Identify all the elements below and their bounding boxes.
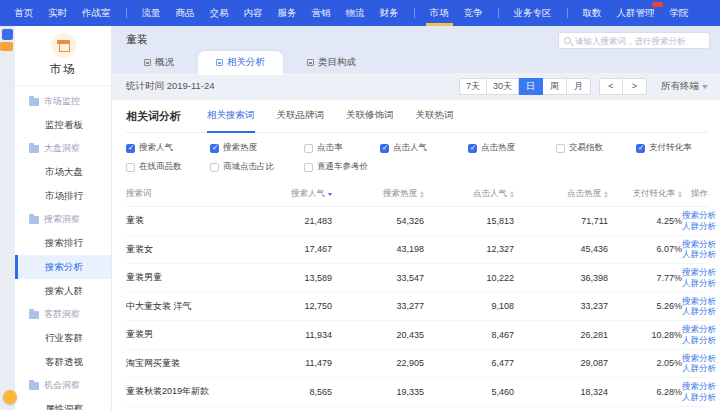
nav-item-warroom[interactable]: 作战室 bbox=[82, 0, 111, 26]
tab-related-modifier-words[interactable]: 关联修饰词 bbox=[346, 109, 394, 124]
sidebar-group-opportunity-insight[interactable]: 机会洞察 bbox=[15, 374, 111, 397]
table-row: 中大童女装 洋气 12,750 33,277 9,108 33,237 5.26… bbox=[126, 293, 708, 322]
nav-item-finance[interactable]: 财务 bbox=[380, 0, 399, 26]
nav-item-content[interactable]: 内容 bbox=[244, 0, 263, 26]
period-week-button[interactable]: 周 bbox=[543, 78, 567, 95]
search-analysis-link[interactable]: 搜索分析 bbox=[682, 353, 716, 364]
checkbox-search-heat[interactable]: 搜索热度 bbox=[210, 142, 304, 154]
click-heat-cell: 26,281 bbox=[514, 330, 608, 340]
nav-item-data-fetch[interactable]: 取数 bbox=[583, 0, 602, 26]
sidebar-item-market-overview[interactable]: 市场大盘 bbox=[15, 160, 111, 184]
sidebar-group-search-insight[interactable]: 搜索洞察 bbox=[15, 208, 111, 231]
sidebar-group-crowd-insight[interactable]: 客群洞察 bbox=[15, 303, 111, 326]
period-30d-button[interactable]: 30天 bbox=[487, 78, 519, 95]
nav-item-academy[interactable]: 学院 bbox=[670, 0, 689, 26]
col-label: 支付转化率 bbox=[633, 188, 676, 200]
checkbox-online-items[interactable]: 在线商品数 bbox=[126, 161, 210, 173]
sidebar-item-crowd-perspective[interactable]: 客群透视 bbox=[15, 350, 111, 374]
checkbox-click-heat[interactable]: 点击热度 bbox=[468, 142, 556, 154]
sidebar-module-head[interactable]: 市场 bbox=[15, 26, 111, 86]
folder-icon bbox=[29, 311, 39, 319]
sidebar-group-market-monitor[interactable]: 市场监控 bbox=[15, 90, 111, 113]
search-analysis-link[interactable]: 搜索分析 bbox=[682, 267, 716, 278]
search-analysis-link[interactable]: 搜索分析 bbox=[682, 210, 716, 221]
tab-related-search-words[interactable]: 相关搜索词 bbox=[207, 109, 255, 124]
nav-item-marketing[interactable]: 营销 bbox=[312, 0, 331, 26]
search-analysis-link[interactable]: 搜索分析 bbox=[682, 239, 716, 250]
pay-rate-cell: 6.28% bbox=[608, 387, 682, 397]
period-day-button[interactable]: 日 bbox=[519, 78, 543, 95]
terminal-filter-dropdown[interactable]: 所有终端 bbox=[661, 80, 708, 93]
nav-item-service[interactable]: 服务 bbox=[278, 0, 297, 26]
nav-item-trade[interactable]: 交易 bbox=[210, 0, 229, 26]
search-pop-cell: 12,750 bbox=[254, 301, 332, 311]
search-analysis-link[interactable]: 搜索分析 bbox=[682, 381, 716, 392]
sidebar-item-search-crowd[interactable]: 搜索人群 bbox=[15, 279, 111, 303]
sidebar-group-market-insight[interactable]: 大盘洞察 bbox=[15, 137, 111, 160]
sidebar-item-industry-crowd[interactable]: 行业客群 bbox=[15, 326, 111, 350]
nav-item-home[interactable]: 首页 bbox=[14, 0, 33, 26]
nav-item-traffic[interactable]: 流量 bbox=[142, 0, 161, 26]
related-words-table: 搜索词 搜索人气 搜索热度 点击人气 点击热度 支付转化率 操作 童装 21,4… bbox=[126, 183, 708, 410]
tab-category-composition[interactable]: 类目构成 bbox=[289, 51, 374, 75]
col-search-heat[interactable]: 搜索热度 bbox=[332, 188, 424, 200]
search-analysis-link[interactable]: 搜索分析 bbox=[682, 296, 716, 307]
nav-item-realtime[interactable]: 实时 bbox=[48, 0, 67, 26]
checkbox-trade-index[interactable]: 交易指数 bbox=[556, 142, 636, 154]
folder-icon bbox=[29, 145, 39, 153]
sidebar-item-market-ranking[interactable]: 市场排行 bbox=[15, 184, 111, 208]
crowd-analysis-link[interactable]: 人群分析 bbox=[682, 392, 716, 403]
checkbox-search-popularity[interactable]: 搜索人气 bbox=[126, 142, 210, 154]
col-click-heat[interactable]: 点击热度 bbox=[514, 188, 608, 200]
prev-date-button[interactable]: < bbox=[599, 78, 623, 95]
col-click-popularity[interactable]: 点击人气 bbox=[424, 188, 514, 200]
tab-related-brand-words[interactable]: 关联品牌词 bbox=[277, 109, 325, 124]
tab-overview[interactable]: 概况 bbox=[126, 51, 192, 75]
module-label: 市场 bbox=[15, 62, 111, 77]
checkbox-pay-conversion[interactable]: 支付转化率 bbox=[636, 142, 708, 154]
crowd-analysis-link[interactable]: 人群分析 bbox=[682, 278, 716, 289]
analysis-tabs: 相关搜索词 关联品牌词 关联修饰词 关联热词 bbox=[207, 109, 454, 124]
crowd-analysis-link[interactable]: 人群分析 bbox=[682, 249, 716, 260]
keyword-search-box[interactable] bbox=[558, 32, 710, 49]
period-month-button[interactable]: 月 bbox=[567, 78, 591, 95]
nav-item-competition[interactable]: 竞争 bbox=[464, 0, 483, 26]
crowd-analysis-link[interactable]: 人群分析 bbox=[682, 335, 716, 346]
nav-item-logistics[interactable]: 物流 bbox=[346, 0, 365, 26]
col-label: 点击热度 bbox=[567, 188, 601, 200]
keyword-search-input[interactable] bbox=[575, 36, 704, 46]
checkbox-click-rate[interactable]: 点击率 bbox=[304, 142, 380, 154]
checkbox-label: 点击热度 bbox=[481, 142, 515, 154]
nav-divider bbox=[126, 8, 127, 18]
crowd-analysis-link[interactable]: 人群分析 bbox=[682, 306, 716, 317]
period-7d-button[interactable]: 7天 bbox=[459, 78, 487, 95]
tab-related-hot-words[interactable]: 关联热词 bbox=[416, 109, 454, 124]
nav-item-crowd-mgmt[interactable]: 人群管理 bbox=[617, 0, 655, 26]
sidebar-item-search-analysis[interactable]: 搜索分析 bbox=[15, 255, 111, 279]
related-words-card: 相关词分析 相关搜索词 关联品牌词 关联修饰词 关联热词 搜索人气 搜索热度 点… bbox=[112, 100, 720, 410]
checkbox-label: 点击人气 bbox=[393, 142, 427, 154]
search-pop-cell: 8,565 bbox=[254, 387, 332, 397]
click-heat-cell: 71,711 bbox=[514, 216, 608, 226]
checkbox-icon bbox=[556, 144, 565, 153]
sidebar-item-monitor-board[interactable]: 监控看板 bbox=[15, 113, 111, 137]
nav-item-goods[interactable]: 商品 bbox=[176, 0, 195, 26]
nav-item-business-zone[interactable]: 业务专区 bbox=[514, 0, 552, 26]
sidebar-item-search-ranking[interactable]: 搜索排行 bbox=[15, 231, 111, 255]
search-pop-cell: 21,483 bbox=[254, 216, 332, 226]
top-nav: 首页 实时 作战室 流量 商品 交易 内容 服务 营销 物流 财务 市场 竞争 … bbox=[0, 0, 720, 26]
next-date-button[interactable]: > bbox=[623, 78, 647, 95]
checkbox-ztc-ref-price[interactable]: 直通车参考价 bbox=[304, 161, 380, 173]
col-pay-conversion[interactable]: 支付转化率 bbox=[608, 188, 682, 200]
nav-item-market[interactable]: 市场 bbox=[430, 0, 449, 26]
col-search-popularity[interactable]: 搜索人气 bbox=[254, 188, 332, 200]
checkbox-mall-click-share[interactable]: 商城点击占比 bbox=[210, 161, 304, 173]
checkbox-click-popularity[interactable]: 点击人气 bbox=[380, 142, 468, 154]
crowd-analysis-link[interactable]: 人群分析 bbox=[682, 221, 716, 232]
pay-rate-cell: 5.26% bbox=[608, 301, 682, 311]
sidebar-item-attribute-insight[interactable]: 属性洞察 bbox=[15, 397, 111, 410]
checkbox-label: 直通车参考价 bbox=[317, 161, 368, 173]
crowd-analysis-link[interactable]: 人群分析 bbox=[682, 363, 716, 374]
tab-related-analysis[interactable]: 相关分析 bbox=[198, 51, 283, 75]
search-analysis-link[interactable]: 搜索分析 bbox=[682, 324, 716, 335]
